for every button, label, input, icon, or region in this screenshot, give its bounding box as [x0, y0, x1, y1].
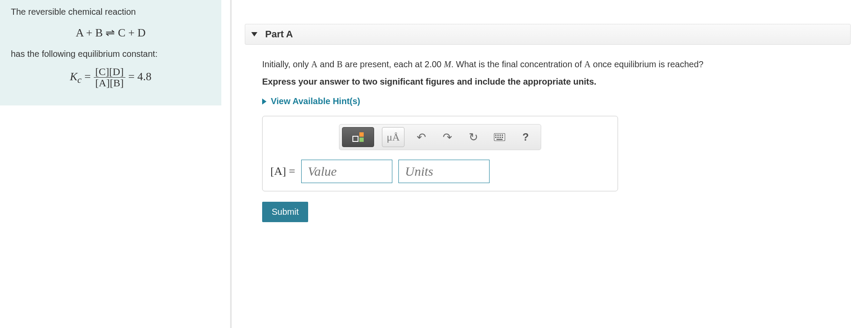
answer-label: [A] = — [270, 165, 295, 178]
answer-container: μÅ ↶ ↷ ↻ ? [A] = — [262, 116, 618, 191]
kc-fraction: [C][D][A][B] — [94, 66, 125, 89]
svg-rect-2 — [497, 134, 499, 136]
answer-instruction: Express your answer to two significant f… — [262, 77, 851, 87]
answer-row: [A] = — [270, 160, 610, 183]
keyboard-button[interactable] — [490, 128, 509, 146]
kc-expression: Kc = [C][D][A][B] = 4.8 — [11, 66, 210, 89]
input-toolbar: μÅ ↶ ↷ ↻ ? — [339, 124, 541, 150]
problem-statement: The reversible chemical reaction A + B ⇌… — [0, 0, 221, 105]
template-icon — [352, 132, 364, 142]
svg-rect-6 — [497, 137, 499, 138]
special-chars-button[interactable]: μÅ — [382, 127, 404, 147]
svg-rect-3 — [500, 134, 501, 136]
expand-icon — [262, 98, 266, 105]
reaction-equation: A + B ⇌ C + D — [11, 24, 210, 41]
collapse-icon — [251, 32, 257, 36]
problem-intro: The reversible chemical reaction — [11, 5, 210, 18]
svg-rect-7 — [500, 137, 501, 138]
vertical-divider — [230, 0, 232, 328]
value-input[interactable] — [301, 160, 392, 183]
submit-button[interactable]: Submit — [262, 202, 308, 222]
undo-button[interactable]: ↶ — [412, 128, 431, 146]
kc-value: = 4.8 — [125, 70, 151, 83]
svg-rect-5 — [495, 137, 496, 138]
reset-button[interactable]: ↻ — [464, 128, 483, 146]
hints-label: View Available Hint(s) — [271, 96, 360, 106]
svg-rect-8 — [502, 137, 503, 138]
view-hints-link[interactable]: View Available Hint(s) — [262, 96, 360, 106]
question-text: Initially, only A and B are present, eac… — [262, 58, 851, 71]
kc-symbol: K — [70, 70, 77, 83]
part-title: Part A — [265, 29, 293, 40]
svg-rect-9 — [496, 139, 503, 140]
help-button[interactable]: ? — [516, 128, 535, 146]
redo-button[interactable]: ↷ — [438, 128, 457, 146]
keyboard-icon — [494, 133, 505, 141]
part-a-header[interactable]: Part A — [245, 24, 851, 45]
kc-subscript: c — [77, 75, 82, 85]
svg-rect-4 — [502, 134, 503, 136]
units-input[interactable] — [398, 160, 490, 183]
kc-intro: has the following equilibrium constant: — [11, 47, 210, 60]
svg-rect-1 — [495, 134, 496, 136]
template-button[interactable] — [342, 127, 374, 147]
